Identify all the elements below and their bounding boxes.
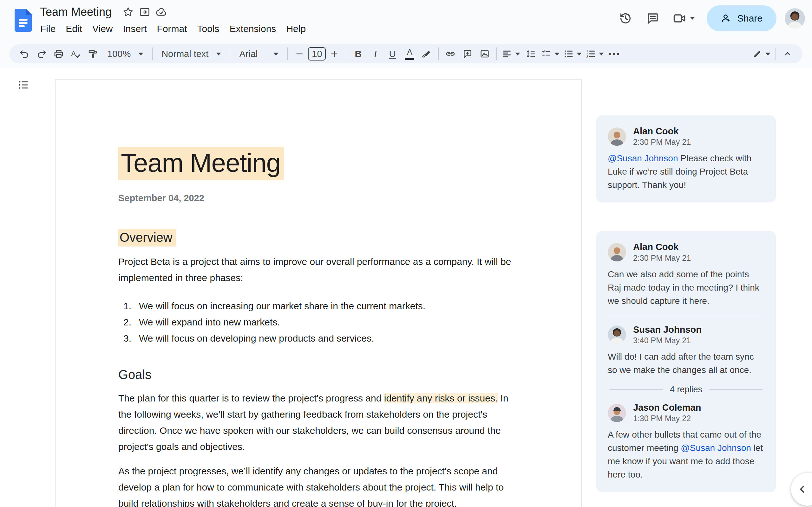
mention-link[interactable]: @Susan Johnson — [681, 443, 751, 453]
bold-icon: B — [355, 49, 362, 59]
open-comments-button[interactable] — [641, 6, 665, 31]
comment-meta: Alan Cook 2:30 PM May 21 — [633, 126, 691, 147]
add-comment-button[interactable] — [459, 46, 476, 61]
overview-heading: Overview — [118, 229, 519, 246]
comment-timestamp: 2:30 PM May 21 — [633, 137, 691, 147]
menu-help[interactable]: Help — [281, 21, 311, 36]
numbered-list-icon: 1 2 3 — [586, 49, 596, 59]
collapse-icon — [783, 49, 792, 59]
highlight-color-button[interactable] — [418, 46, 435, 61]
chevron-down-icon — [273, 53, 278, 55]
document-title-field[interactable]: Team Meeting — [40, 5, 112, 19]
undo-button[interactable] — [16, 46, 33, 61]
save-status-button[interactable] — [153, 4, 169, 20]
text-color-button[interactable]: A — [401, 46, 418, 61]
text-color-icon: A — [405, 48, 414, 60]
comment-author: Susan Johnson — [633, 325, 702, 335]
replies-toggle[interactable]: 4 replies — [608, 384, 764, 395]
account-avatar[interactable] — [785, 8, 805, 29]
menu-view[interactable]: View — [87, 21, 118, 36]
list-item: 3. We will focus on developing new produ… — [118, 330, 519, 346]
comment-header: Alan Cook 2:30 PM May 21 — [608, 126, 764, 147]
print-button[interactable] — [50, 46, 67, 61]
menu-insert[interactable]: Insert — [118, 21, 152, 36]
toolbar-divider — [496, 48, 497, 60]
increase-font-size-button[interactable] — [326, 46, 343, 61]
formatting-toolbar: A 100% Normal text — [9, 44, 803, 63]
bulleted-list-button[interactable] — [561, 46, 583, 61]
title-area: Team Meeting — [40, 3, 311, 36]
chevron-down-icon — [554, 53, 560, 55]
numbered-list-button[interactable]: 1 2 3 — [583, 46, 606, 61]
line-spacing-button[interactable] — [522, 46, 539, 61]
insert-link-button[interactable] — [442, 46, 459, 61]
underline-icon: U — [389, 49, 396, 59]
underline-button[interactable]: U — [384, 46, 401, 61]
menu-extensions[interactable]: Extensions — [224, 21, 281, 36]
share-button[interactable]: Share — [707, 5, 776, 32]
menu-edit[interactable]: Edit — [61, 21, 87, 36]
show-outline-button[interactable] — [16, 77, 31, 93]
spellcheck-button[interactable]: A — [67, 46, 84, 61]
chevron-left-icon — [796, 483, 809, 496]
decrease-font-size-button[interactable] — [291, 46, 308, 61]
avatar-susan-johnson — [608, 326, 626, 344]
docs-logo[interactable] — [14, 9, 32, 32]
version-history-button[interactable] — [613, 6, 638, 31]
goals-paragraph-1: The plan for this quarter is to review t… — [118, 390, 519, 455]
more-options-button[interactable]: ••• — [606, 46, 623, 61]
print-icon — [54, 49, 64, 59]
bold-button[interactable]: B — [350, 46, 367, 61]
chevron-down-icon — [216, 53, 221, 55]
redo-button[interactable] — [33, 46, 50, 61]
checklist-button[interactable] — [539, 46, 561, 61]
paragraph-style-select[interactable]: Normal text — [156, 46, 227, 61]
comment-card-1[interactable]: Alan Cook 2:30 PM May 21 @Susan Johnson … — [596, 115, 776, 203]
overview-paragraph: Project Beta is a project that aims to i… — [118, 253, 519, 286]
move-document-button[interactable] — [136, 4, 153, 20]
menu-tools[interactable]: Tools — [192, 21, 224, 36]
person-icon — [721, 13, 731, 24]
comment-divider — [608, 316, 764, 316]
doc-title: Team Meeting — [118, 79, 519, 180]
history-icon — [619, 12, 632, 25]
join-call-button[interactable] — [668, 11, 699, 25]
toolbar-divider — [287, 48, 288, 60]
comment-author: Jason Coleman — [633, 402, 701, 413]
comment-author: Alan Cook — [633, 126, 691, 136]
list-item: 1. We will focus on increasing our marke… — [118, 298, 519, 314]
comment-body: Will do! I can add after the team sync s… — [608, 350, 764, 377]
italic-icon: I — [374, 48, 377, 60]
star-button[interactable] — [120, 4, 136, 20]
menu-file[interactable]: File — [35, 21, 61, 36]
replies-count: 4 replies — [670, 385, 702, 395]
menu-format[interactable]: Format — [152, 21, 192, 36]
font-select[interactable]: Arial — [234, 46, 284, 61]
document-page[interactable]: Team Meeting September 04, 2022 Overview… — [55, 79, 582, 507]
chevron-down-icon — [690, 17, 695, 20]
document-content: Team Meeting September 04, 2022 Overview… — [55, 79, 581, 507]
checklist-icon — [541, 49, 551, 59]
comment-header: Jason Coleman 1:30 PM May 22 — [608, 402, 764, 423]
align-button[interactable] — [500, 46, 522, 61]
outline-icon — [18, 79, 29, 91]
zoom-select[interactable]: 100% — [101, 46, 149, 61]
style-value: Normal text — [161, 49, 208, 59]
app-chrome: Team Meeting — [0, 0, 812, 68]
paint-format-button[interactable] — [84, 46, 101, 61]
mention-link[interactable]: @Susan Johnson — [608, 153, 678, 163]
avatar-alan-cook — [608, 243, 626, 262]
top-actions: Share — [613, 4, 805, 32]
italic-button[interactable]: I — [367, 46, 384, 61]
line-spacing-icon — [525, 49, 536, 59]
comment-meta: Susan Johnson 3:40 PM May 21 — [633, 325, 702, 345]
comment-card-2[interactable]: Alan Cook 2:30 PM May 21 Can we also add… — [596, 231, 776, 492]
editing-mode-button[interactable] — [751, 46, 772, 61]
doc-title-text: Team Meeting — [118, 147, 284, 180]
chevron-down-icon — [515, 53, 520, 55]
collapse-toolbar-button[interactable] — [779, 46, 796, 61]
font-value: Arial — [239, 49, 258, 59]
hide-side-panel-button[interactable] — [791, 473, 812, 506]
font-size-field[interactable]: 10 — [308, 47, 326, 60]
insert-image-button[interactable] — [476, 46, 493, 61]
